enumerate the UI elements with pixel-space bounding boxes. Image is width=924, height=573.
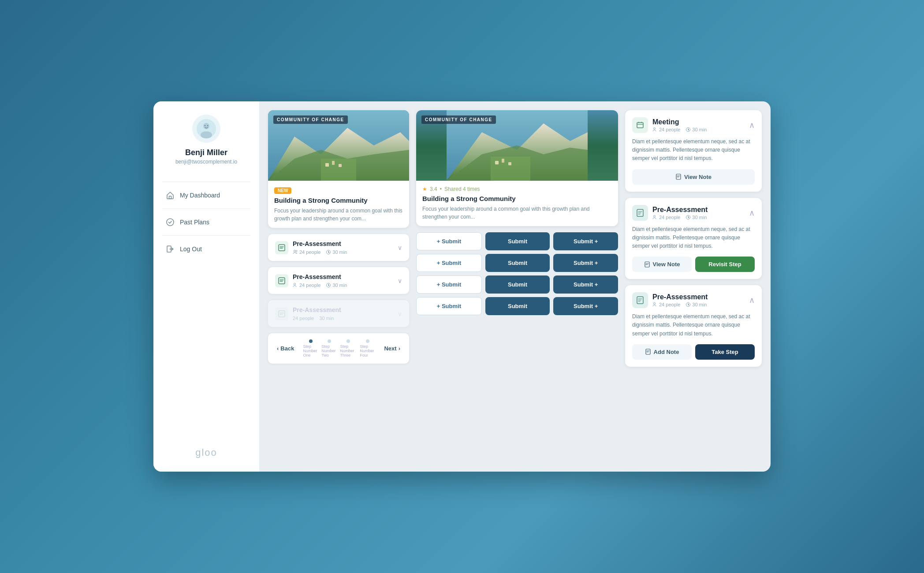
submit-btn-3-2[interactable]: Submit xyxy=(485,275,550,294)
card-rating: ★ 3.4 • Shared 4 times xyxy=(422,186,612,192)
next-button[interactable]: Next › xyxy=(384,345,400,352)
card-desc-2: Focus your leadership around a common go… xyxy=(422,205,612,221)
app-window: Benji Miller benji@twoscomplement.io My … xyxy=(153,101,771,472)
pre-assessment-2-description: Diam et pellentesque elementum neque, se… xyxy=(632,313,755,338)
step-title-3: Pre-Assessment xyxy=(293,306,341,313)
step-chevron-3: ∨ xyxy=(398,310,402,317)
card-body-1: NEW Building a Strong Community Focus yo… xyxy=(268,181,409,228)
meeting-header: Meeting 24 people 30 min xyxy=(632,117,755,133)
svg-point-31 xyxy=(654,128,656,130)
meeting-people: 24 people xyxy=(652,127,680,132)
submit-btn-3-3[interactable]: Submit + xyxy=(553,275,618,294)
back-arrow-icon: ‹ xyxy=(277,345,279,352)
navigation-bar: ‹ Back Step Number One Step Number Two xyxy=(268,333,409,364)
svg-rect-22 xyxy=(279,311,285,317)
take-step-button[interactable]: Take Step xyxy=(695,344,755,360)
submit-btn-1-3[interactable]: Submit + xyxy=(553,232,618,250)
pre-assessment-panel-1: Pre-Assessment 24 people 30 min xyxy=(625,198,762,279)
pre-assessment-1-header-left: Pre-Assessment 24 people 30 min xyxy=(632,205,708,221)
step-card-1: Pre-Assessment 24 people 30 min xyxy=(268,234,409,261)
meeting-view-note-button[interactable]: View Note xyxy=(632,169,755,185)
revisit-step-button[interactable]: Revisit Step xyxy=(695,257,755,272)
card-community-label-1: COMMUNITY OF CHANGE xyxy=(273,115,348,124)
step-info-3: Pre-Assessment 24 people 30 min xyxy=(293,306,341,321)
pre-assessment-2-title-group: Pre-Assessment 24 people 30 min xyxy=(652,293,708,307)
pre-assessment-1-title: Pre-Assessment xyxy=(652,206,708,214)
step-label-1: Step Number One xyxy=(303,344,318,357)
pre-assessment-2-title: Pre-Assessment xyxy=(652,293,708,301)
svg-rect-26 xyxy=(491,156,530,181)
pre-assessment-1-collapse-icon[interactable]: ∧ xyxy=(749,208,755,218)
step-dot-2 xyxy=(328,339,331,343)
sidebar-item-dashboard[interactable]: My Dashboard xyxy=(162,186,250,205)
pre-assessment-1-description: Diam et pellentesque elementum neque, se… xyxy=(632,225,755,251)
card-image-2: COMMUNITY OF CHANGE xyxy=(416,110,618,181)
pre-assessment-1-actions: View Note Revisit Step xyxy=(632,257,755,272)
svg-rect-28 xyxy=(502,159,504,163)
submit-row-1: + Submit Submit Submit + xyxy=(416,232,618,250)
step-chevron-2[interactable]: ∨ xyxy=(398,277,402,284)
add-note-icon xyxy=(645,349,651,355)
submit-btn-3-1[interactable]: + Submit xyxy=(416,275,482,294)
step-card-2: Pre-Assessment 24 people 30 min xyxy=(268,267,409,294)
add-note-button[interactable]: Add Note xyxy=(632,344,692,360)
new-badge: NEW xyxy=(274,187,291,194)
submit-btn-1-1[interactable]: + Submit xyxy=(416,232,482,250)
sidebar-item-logout[interactable]: Log Out xyxy=(162,239,250,259)
user-email: benji@twoscomplement.io xyxy=(175,159,237,165)
submit-row-3: + Submit Submit Submit + xyxy=(416,275,618,294)
logout-icon xyxy=(166,245,175,253)
middle-column: COMMUNITY OF CHANGE ★ 3.4 • Shared 4 tim… xyxy=(416,110,618,463)
submit-btn-2-3[interactable]: Submit + xyxy=(553,254,618,272)
submit-btn-1-2[interactable]: Submit xyxy=(485,232,550,250)
pre-assessment-1-meta: 24 people 30 min xyxy=(652,215,708,220)
past-plans-label: Past Plans xyxy=(180,219,209,226)
back-label: Back xyxy=(280,345,294,352)
community-card-1: COMMUNITY OF CHANGE NEW Building a Stron… xyxy=(268,110,409,228)
step-dot-3 xyxy=(346,339,350,343)
svg-rect-11 xyxy=(321,159,356,181)
note-icon xyxy=(675,174,682,180)
sidebar-item-past-plans[interactable]: Past Plans xyxy=(162,212,250,232)
step-dot-1 xyxy=(309,339,313,343)
svg-rect-27 xyxy=(495,161,499,164)
step-chevron-1[interactable]: ∨ xyxy=(398,244,402,251)
submit-btn-2-1[interactable]: + Submit xyxy=(416,254,482,272)
meeting-title: Meeting xyxy=(652,118,707,126)
svg-point-35 xyxy=(654,215,656,217)
svg-point-16 xyxy=(294,250,296,252)
submit-btn-4-2[interactable]: Submit xyxy=(485,297,550,315)
step-card-left-2: Pre-Assessment 24 people 30 min xyxy=(275,273,347,288)
submit-grid: + Submit Submit Submit + + Submit Submit… xyxy=(416,232,618,463)
next-label: Next xyxy=(384,345,396,352)
next-arrow-icon: › xyxy=(399,345,400,352)
pre-assessment-1-view-note-button[interactable]: View Note xyxy=(632,257,692,272)
step-card-header-3: Pre-Assessment 24 people 30 min xyxy=(275,306,402,321)
nav-step-3: Step Number Three xyxy=(340,339,356,357)
right-panel: Meeting 24 people 30 min xyxy=(625,110,762,463)
community-card-2: COMMUNITY OF CHANGE ★ 3.4 • Shared 4 tim… xyxy=(416,110,618,226)
step-dot-4 xyxy=(366,339,369,343)
meeting-collapse-icon[interactable]: ∧ xyxy=(749,120,755,130)
nav-divider-2 xyxy=(162,208,250,209)
pre-assessment-2-collapse-icon[interactable]: ∧ xyxy=(749,295,755,305)
svg-rect-29 xyxy=(508,162,511,165)
pre-assessment-1-title-group: Pre-Assessment 24 people 30 min xyxy=(652,206,708,220)
nav-step-4: Step Number Four xyxy=(360,339,376,357)
step-indicators: Step Number One Step Number Two Step Num… xyxy=(303,339,375,357)
meeting-title-group: Meeting 24 people 30 min xyxy=(652,118,707,132)
submit-btn-2-2[interactable]: Submit xyxy=(485,254,550,272)
submit-btn-4-1[interactable]: + Submit xyxy=(416,297,482,315)
step-people-2: 24 people xyxy=(293,283,320,288)
pre-assessment-2-header-left: Pre-Assessment 24 people 30 min xyxy=(632,292,708,308)
gloo-logo: gloo xyxy=(162,447,250,458)
step-info-2: Pre-Assessment 24 people 30 min xyxy=(293,273,347,288)
back-button[interactable]: ‹ Back xyxy=(277,345,294,352)
meeting-header-left: Meeting 24 people 30 min xyxy=(632,117,707,133)
step-card-header-2: Pre-Assessment 24 people 30 min xyxy=(275,273,402,288)
submit-btn-4-3[interactable]: Submit + xyxy=(553,297,618,315)
svg-point-39 xyxy=(654,303,656,305)
sidebar: Benji Miller benji@twoscomplement.io My … xyxy=(153,101,259,472)
card-title-2: Building a Strong Community xyxy=(422,195,612,202)
meeting-icon xyxy=(632,117,648,133)
